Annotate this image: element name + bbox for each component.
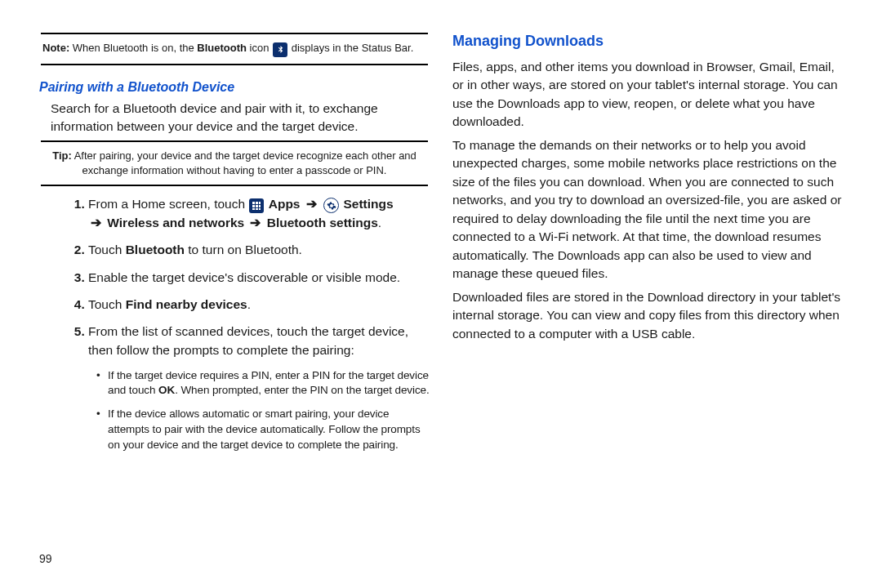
arrow-icon [88, 216, 104, 229]
step1-tail: . [378, 216, 381, 229]
svg-rect-7 [256, 208, 258, 210]
svg-rect-2 [259, 202, 261, 204]
step-5: From the list of scanned devices, touch … [88, 322, 430, 453]
steps-list: From a Home screen, touch Apps Settings … [39, 194, 430, 453]
apps-icon [249, 198, 264, 213]
sub1c: . When prompted, enter the PIN on the ta… [175, 384, 429, 396]
page: Note: When Bluetooth is on, the Bluetoot… [0, 0, 882, 588]
tip-label: Tip: [52, 149, 72, 162]
s2c: to turn on Bluetooth. [185, 243, 302, 256]
downloads-p3: Downloaded files are stored in the Downl… [452, 288, 843, 343]
step-3: Enable the target device's discoverable … [88, 268, 430, 287]
svg-rect-8 [259, 208, 261, 210]
rule [41, 33, 428, 34]
svg-rect-6 [252, 208, 255, 210]
section-heading-pairing: Pairing with a Bluetooth Device [39, 80, 430, 95]
step-2: Touch Bluetooth to turn on Bluetooth. [88, 240, 430, 259]
note-tail: displays in the Status Bar. [292, 42, 414, 54]
wireless-label: Wireless and networks [107, 216, 244, 229]
s4c: . [247, 297, 251, 311]
rule [41, 140, 428, 142]
settings-label: Settings [343, 197, 393, 211]
step-4: Touch Find nearby devices. [88, 295, 430, 314]
arrow-icon [247, 216, 263, 229]
s4b: Find nearby devices [126, 297, 247, 311]
svg-rect-1 [256, 202, 258, 204]
step-1: From a Home screen, touch Apps Settings … [88, 194, 430, 233]
page-number: 99 [39, 552, 52, 565]
arrow-icon [304, 197, 319, 211]
rule [41, 185, 428, 186]
intro-paragraph: Search for a Bluetooth device and pair w… [39, 100, 430, 136]
svg-rect-4 [256, 205, 258, 207]
svg-rect-0 [252, 202, 255, 204]
substep-1: If the target device requires a PIN, ent… [96, 368, 430, 399]
note-block: Note: When Bluetooth is on, the Bluetoot… [39, 33, 430, 65]
btsettings-label: Bluetooth settings [267, 216, 378, 229]
tip-text: Tip: After pairing, your device and the … [41, 145, 428, 180]
step1-a: From a Home screen, touch [88, 197, 248, 211]
s5text: From the list of scanned devices, touch … [88, 324, 408, 357]
substeps: If the target device requires a PIN, ent… [88, 368, 430, 453]
svg-rect-5 [259, 205, 261, 207]
s4a: Touch [88, 297, 126, 311]
note-text: Note: When Bluetooth is on, the Bluetoot… [41, 38, 428, 60]
downloads-p1: Files, apps, and other items you downloa… [452, 58, 843, 131]
note-label: Note: [42, 42, 69, 54]
left-column: Note: When Bluetooth is on, the Bluetoot… [39, 29, 430, 588]
bluetooth-icon [273, 42, 287, 57]
tip-body: After pairing, your device and the targe… [74, 149, 416, 176]
right-column: Managing Downloads Files, apps, and othe… [452, 29, 843, 588]
note-part2: icon [247, 42, 272, 54]
apps-label: Apps [269, 197, 301, 211]
downloads-p2: To manage the demands on their networks … [452, 136, 843, 283]
s2b: Bluetooth [126, 243, 185, 256]
section-heading-downloads: Managing Downloads [452, 33, 843, 50]
sub1b: OK [158, 384, 175, 396]
substep-2: If the device allows automatic or smart … [96, 407, 430, 453]
tip-block: Tip: After pairing, your device and the … [39, 140, 430, 185]
note-part1: When Bluetooth is on, the [73, 42, 197, 54]
gear-icon [323, 198, 339, 213]
s2a: Touch [88, 243, 126, 256]
rule [41, 64, 428, 65]
svg-rect-3 [252, 205, 255, 207]
note-bold: Bluetooth [197, 42, 247, 54]
